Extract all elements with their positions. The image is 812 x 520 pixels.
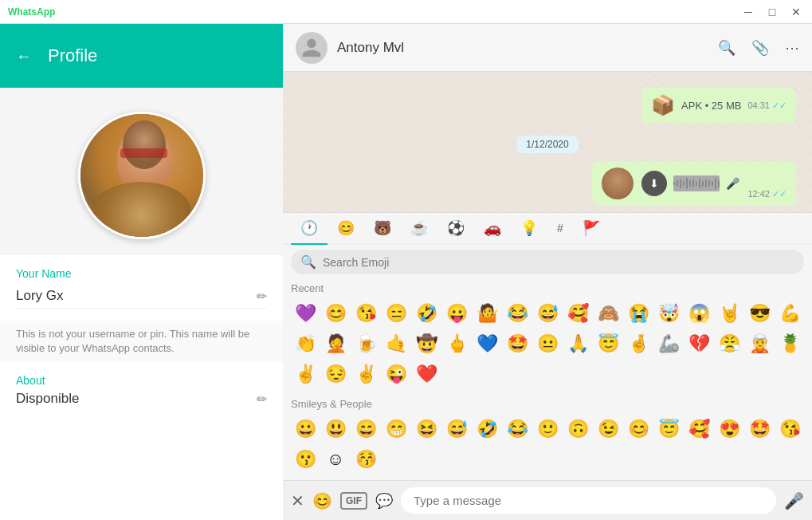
chat-area: 📦 APK • 25 MB 04:31 ✓✓ 1/12/2020: [283, 72, 812, 212]
maximize-button[interactable]: □: [764, 4, 780, 20]
close-emoji-button[interactable]: ✕: [291, 491, 304, 510]
emoji-tab-activities[interactable]: ⚽: [437, 213, 474, 245]
emoji-item[interactable]: 🥰: [685, 415, 713, 443]
emoji-item[interactable]: 💔: [685, 329, 713, 358]
emoji-tab-food[interactable]: ☕: [401, 213, 437, 245]
edit-about-button[interactable]: ✏: [257, 392, 267, 407]
emoji-item[interactable]: 🤯: [654, 299, 683, 328]
back-button[interactable]: ←: [16, 47, 32, 65]
emoji-item[interactable]: ✌️: [291, 360, 320, 388]
search-icon: 🔍: [300, 254, 316, 270]
minimize-button[interactable]: ─: [740, 4, 756, 20]
emoji-item[interactable]: ❤️: [412, 360, 441, 388]
more-options-button[interactable]: ⋯: [785, 39, 799, 57]
emoji-item[interactable]: 💪: [775, 299, 804, 328]
emoji-item[interactable]: 💜: [291, 299, 320, 328]
emoji-item[interactable]: 🙃: [563, 415, 592, 443]
emoji-item[interactable]: 🤦: [321, 329, 350, 358]
emoji-item[interactable]: 😊: [321, 299, 350, 328]
emoji-tab-flags[interactable]: 🚩: [573, 213, 610, 245]
play-button[interactable]: ⬇: [641, 171, 667, 196]
emoji-item[interactable]: 😤: [715, 329, 743, 358]
emoji-item[interactable]: 😅: [533, 299, 562, 328]
emoji-item[interactable]: 😘: [775, 415, 804, 443]
emoji-item[interactable]: 🤣: [473, 415, 501, 443]
emoji-item[interactable]: 🖕: [442, 329, 471, 358]
emoji-item[interactable]: 💙: [473, 329, 501, 358]
emoji-item[interactable]: 🙏: [563, 329, 592, 358]
emoji-item[interactable]: 😄: [351, 415, 380, 443]
emoji-item[interactable]: 😍: [715, 415, 743, 443]
message-bubble: 📦 APK • 25 MB 04:31 ✓✓: [641, 88, 796, 123]
sticker-button[interactable]: 💬: [375, 492, 393, 510]
emoji-item[interactable]: ☺️: [321, 445, 350, 474]
emoji-item[interactable]: 😃: [321, 415, 350, 443]
emoji-item[interactable]: 😉: [594, 415, 622, 443]
emoji-item[interactable]: 🤠: [412, 329, 441, 358]
emoji-item[interactable]: 😇: [594, 329, 622, 358]
emoji-item[interactable]: 🤞: [624, 329, 653, 358]
contact-avatar: [296, 32, 328, 64]
emoji-item[interactable]: 🤩: [745, 415, 774, 443]
apk-icon: 📦: [651, 94, 675, 116]
emoji-item[interactable]: 👏: [291, 329, 320, 358]
microphone-button[interactable]: 🎤: [784, 491, 804, 510]
chat-actions: 🔍 📎 ⋯: [718, 39, 799, 57]
smileys-section: Smileys & People 😀😃😄😁😆😅🤣😂🙂🙃😉😊😇🥰😍🤩😘😗☺️😚: [283, 395, 812, 480]
emoji-item[interactable]: 🤙: [382, 329, 410, 358]
profile-title: Profile: [48, 45, 97, 66]
emoji-item[interactable]: 😱: [685, 299, 713, 328]
emoji-item[interactable]: 😊: [624, 415, 653, 443]
emoji-tab-smileys[interactable]: 😊: [328, 213, 364, 245]
emoji-item[interactable]: 🤩: [503, 329, 532, 358]
close-button[interactable]: ✕: [788, 4, 804, 20]
emoji-item[interactable]: 😁: [382, 415, 410, 443]
emoji-item[interactable]: 😅: [442, 415, 471, 443]
emoji-item[interactable]: 😗: [291, 445, 320, 474]
emoji-tab-objects[interactable]: 💡: [511, 213, 547, 245]
message-input[interactable]: [401, 487, 776, 514]
emoji-item[interactable]: 😇: [654, 415, 683, 443]
emoji-item[interactable]: 😎: [745, 299, 774, 328]
emoji-item[interactable]: 🍺: [351, 329, 380, 358]
emoji-item[interactable]: 😘: [351, 299, 380, 328]
emoji-item[interactable]: 🧝: [745, 329, 774, 358]
emoji-item[interactable]: ✌: [351, 360, 380, 388]
your-name-section: Your Name Lory Gx ✏: [0, 255, 283, 321]
emoji-item[interactable]: 😜: [382, 360, 410, 388]
emoji-tab-travel[interactable]: 🚗: [474, 213, 511, 245]
edit-name-button[interactable]: ✏: [257, 289, 267, 304]
emoji-item[interactable]: 🤷: [473, 299, 501, 328]
emoji-item[interactable]: 😆: [412, 415, 441, 443]
emoji-tabs: 🕐 😊 🐻 ☕ ⚽ 🚗 💡 # 🚩: [283, 213, 812, 245]
emoji-item[interactable]: 😭: [624, 299, 653, 328]
emoji-item[interactable]: 😔: [321, 360, 350, 388]
emoji-item[interactable]: 😑: [382, 299, 410, 328]
emoji-item[interactable]: 😂: [503, 415, 532, 443]
emoji-button[interactable]: 😊: [312, 491, 332, 510]
recent-emoji-grid: 💜😊😘😑🤣😛🤷😂😅🥰🙈😭🤯😱🤘😎💪👏🤦🍺🤙🤠🖕💙🤩😐🙏😇🤞🦾💔😤🧝🍍✌️😔✌😜❤…: [291, 299, 804, 388]
attach-button[interactable]: 📎: [751, 39, 769, 57]
emoji-item[interactable]: 🙂: [533, 415, 562, 443]
profile-avatar[interactable]: [78, 112, 206, 239]
emoji-item[interactable]: 🙈: [594, 299, 622, 328]
emoji-item[interactable]: 😐: [533, 329, 562, 358]
emoji-item[interactable]: 🦾: [654, 329, 683, 358]
emoji-tab-animals[interactable]: 🐻: [364, 213, 401, 245]
search-chat-button[interactable]: 🔍: [718, 39, 736, 57]
emoji-tab-symbols[interactable]: #: [547, 215, 573, 242]
emoji-tab-recent[interactable]: 🕐: [291, 213, 328, 245]
emoji-item[interactable]: 🤣: [412, 299, 441, 328]
emoji-item[interactable]: 🤘: [715, 299, 743, 328]
gif-button[interactable]: GIF: [340, 492, 367, 510]
titlebar: WhatsApp ─ □ ✕: [0, 0, 812, 24]
emoji-search-bar[interactable]: 🔍: [291, 250, 804, 274]
emoji-item[interactable]: 🥰: [563, 299, 592, 328]
emoji-item[interactable]: 😂: [503, 299, 532, 328]
emoji-item[interactable]: 😚: [351, 445, 380, 474]
voice-controls: ⬇ 🎤: [641, 171, 739, 196]
emoji-search-input[interactable]: [323, 256, 794, 269]
emoji-item[interactable]: 😛: [442, 299, 471, 328]
emoji-item[interactable]: 😀: [291, 415, 320, 443]
emoji-item[interactable]: 🍍: [775, 329, 804, 358]
